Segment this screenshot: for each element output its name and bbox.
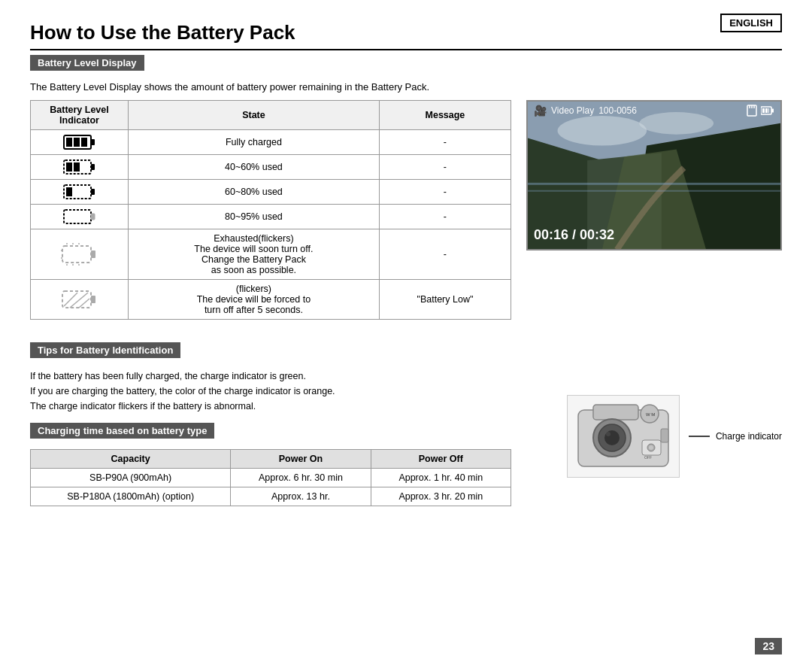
charging-section: Charging time based on battery type Capa… [30, 423, 511, 506]
charge-arrow-line [689, 436, 711, 437]
video-timestamp: 00:16 / 00:32 [534, 227, 614, 243]
svg-rect-15 [91, 251, 95, 258]
power-off-1: Approx. 1 hr. 40 min [371, 469, 511, 487]
charge-indicator-label: Charge indicator [689, 431, 782, 442]
tips-line-1: If the battery has been fully charged, t… [30, 369, 511, 384]
svg-point-53 [606, 432, 611, 436]
charging-table: Capacity Power On Power Off SB-P90A (900… [30, 449, 511, 506]
svg-rect-36 [765, 108, 768, 113]
table-row: 80~95% used - [31, 205, 511, 229]
batt-message-two-bar: - [379, 155, 511, 180]
svg-rect-35 [762, 108, 765, 113]
page-title: How to Use the Battery Pack [30, 21, 782, 50]
batt-icon-two-bar [31, 155, 129, 180]
svg-rect-8 [74, 162, 80, 172]
video-play-label: Video Play [551, 105, 594, 116]
svg-rect-13 [91, 214, 95, 220]
batt-message-exhausted: - [379, 229, 511, 280]
camera-illustration: W M OFF [567, 395, 680, 478]
svg-point-39 [558, 116, 647, 146]
svg-rect-12 [64, 210, 91, 223]
svg-rect-1 [91, 139, 95, 145]
svg-text:W M: W M [646, 412, 655, 417]
video-top-bar: 🎥 Video Play 100-0056 [528, 102, 780, 120]
video-icons [746, 105, 774, 117]
main-layout: Battery Level Indicator State Message [30, 100, 782, 332]
svg-line-28 [79, 299, 89, 308]
batt-icon-full [31, 130, 129, 155]
english-badge: ENGLISH [720, 14, 782, 32]
capacity-2: SB-P180A (1800mAh) (option) [31, 487, 231, 506]
batt-state-low: (flickers)The device will be forced totu… [129, 280, 380, 320]
svg-rect-59 [661, 429, 668, 442]
col-power-on: Power On [231, 450, 371, 469]
video-file-number: 100-0056 [598, 105, 637, 116]
page-number: 23 [755, 638, 782, 654]
svg-text:OFF: OFF [644, 455, 652, 460]
col-header-state: State [129, 101, 380, 130]
right-content: 🎥 Video Play 100-0056 [526, 100, 782, 332]
svg-rect-4 [81, 138, 87, 147]
svg-rect-11 [66, 187, 72, 196]
batt-message-low: "Battery Low" [379, 280, 511, 320]
svg-rect-46 [528, 183, 780, 185]
svg-point-58 [649, 445, 653, 450]
tips-line-3: The charge indicator flickers if the bat… [30, 399, 511, 414]
batt-icon-one-bar [31, 180, 129, 205]
svg-rect-2 [66, 138, 72, 147]
table-row: (flickers)The device will be forced totu… [31, 280, 511, 320]
svg-rect-14 [62, 246, 91, 263]
svg-rect-10 [91, 189, 95, 195]
table-row: SB-P90A (900mAh) Approx. 6 hr. 30 min Ap… [31, 469, 511, 487]
batt-icon-low [31, 280, 129, 320]
batt-state-two-bar: 40~60% used [129, 155, 380, 180]
table-row: SB-P180A (1800mAh) (option) Approx. 13 h… [31, 487, 511, 506]
table-row: 40~60% used - [31, 155, 511, 180]
battery-status-icon [761, 106, 774, 115]
battery-table: Battery Level Indicator State Message [30, 100, 511, 320]
video-box: 🎥 Video Play 100-0056 [526, 100, 782, 251]
svg-rect-7 [66, 162, 72, 172]
batt-state-empty: 80~95% used [129, 205, 380, 229]
tips-line-2: If you are charging the battery, the col… [30, 384, 511, 399]
batt-message-empty: - [379, 205, 511, 229]
tips-heading: Tips for Battery Identification [30, 342, 180, 358]
batt-message-full: - [379, 130, 511, 155]
lower-right: W M OFF [526, 342, 782, 515]
svg-rect-37 [768, 108, 769, 113]
charge-indicator-text: Charge indicator [716, 431, 782, 442]
table-row: Fully charged - [31, 130, 511, 155]
lower-left: Tips for Battery Identification If the b… [30, 342, 511, 515]
svg-rect-25 [91, 296, 95, 303]
svg-rect-47 [528, 190, 780, 192]
svg-rect-34 [771, 109, 774, 113]
video-camera-icon: 🎥 [534, 105, 547, 117]
svg-rect-3 [74, 138, 80, 147]
batt-state-full: Fully charged [129, 130, 380, 155]
table-row: 60~80% used - [31, 180, 511, 205]
page-wrapper: ENGLISH How to Use the Battery Pack Batt… [0, 0, 812, 530]
batt-state-exhausted: Exhausted(flickers)The device will soon … [129, 229, 380, 280]
col-power-off: Power Off [371, 450, 511, 469]
batt-message-one-bar: - [379, 180, 511, 205]
lower-layout: Tips for Battery Identification If the b… [30, 342, 782, 515]
power-off-2: Approx. 3 hr. 20 min [371, 487, 511, 506]
charging-heading: Charging time based on battery type [30, 423, 214, 439]
tips-section: Tips for Battery Identification If the b… [30, 342, 511, 414]
batt-icon-exhausted [31, 229, 129, 280]
svg-line-26 [64, 293, 77, 306]
svg-line-27 [70, 293, 88, 308]
power-on-1: Approx. 6 hr. 30 min [231, 469, 371, 487]
svg-rect-6 [91, 164, 95, 170]
left-content: Battery Level Indicator State Message [30, 100, 511, 332]
memory-card-icon [746, 105, 758, 117]
battery-intro-text: The Battery Level Display shows the amou… [30, 81, 782, 93]
table-row: Exhausted(flickers)The device will soon … [31, 229, 511, 280]
col-header-indicator: Battery Level Indicator [31, 101, 129, 130]
power-on-2: Approx. 13 hr. [231, 487, 371, 506]
capacity-1: SB-P90A (900mAh) [31, 469, 231, 487]
tips-text: If the battery has been fully charged, t… [30, 369, 511, 414]
battery-level-heading: Battery Level Display [30, 55, 144, 71]
batt-icon-empty [31, 205, 129, 229]
col-capacity: Capacity [31, 450, 231, 469]
